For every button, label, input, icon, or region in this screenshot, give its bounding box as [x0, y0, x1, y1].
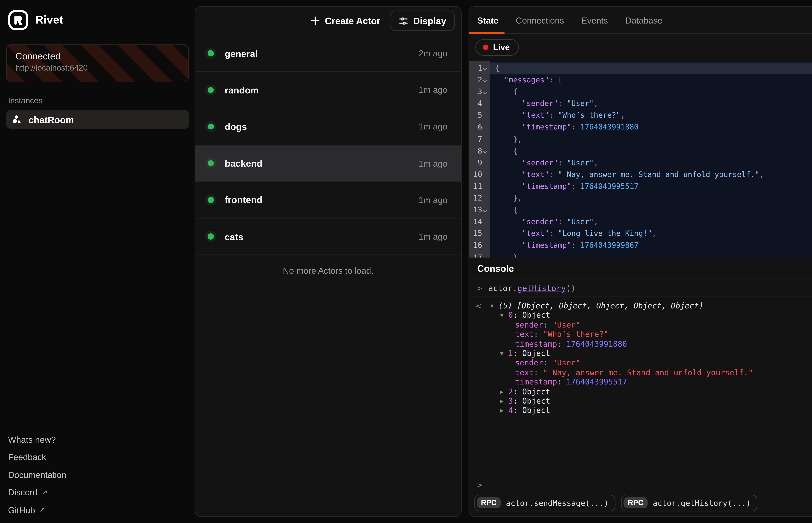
inspector-tabs: StateConnectionsEventsDatabase	[477, 15, 662, 25]
rpc-button-2[interactable]: RPCactor.getHistory(...)	[621, 494, 758, 511]
console-row: sender: "User"	[469, 320, 812, 329]
line-number: 1	[469, 62, 482, 74]
actor-row-random[interactable]: random1m ago	[195, 72, 461, 109]
status-dot-icon	[208, 160, 213, 166]
tree-expanded-icon[interactable]: ▼	[500, 311, 508, 321]
tree-collapsed-icon[interactable]: ▶	[500, 397, 508, 407]
actor-row-cats[interactable]: cats1m ago	[195, 218, 461, 255]
tab-events[interactable]: Events	[582, 15, 608, 25]
actor-row-backend[interactable]: backend1m ago	[195, 145, 461, 182]
code-text: "sender": "User",	[490, 216, 812, 228]
sliders-icon	[398, 16, 408, 25]
code-text: "text": "Long live the King!",	[490, 228, 812, 240]
console-input[interactable]: >	[469, 477, 812, 493]
actor-updated-time: 1m ago	[418, 195, 447, 205]
code-line: 16 "timestamp": 1764043999867	[469, 240, 812, 252]
code-line: 13 {	[469, 204, 812, 216]
rivet-logo-icon	[8, 10, 29, 30]
code-line: 8 {	[469, 145, 812, 157]
code-text: {	[490, 204, 812, 216]
gutter-cell: 5	[469, 110, 490, 122]
state-toolbar: Live	[469, 34, 812, 61]
actor-updated-time: 1m ago	[418, 232, 447, 241]
console-row: ▶3: Object	[469, 396, 812, 406]
console-row: text: "Who’s there?"	[469, 329, 812, 339]
fold-chevron-icon[interactable]	[483, 149, 487, 153]
line-number: 13	[469, 204, 482, 216]
sidebar-link-whats-new-[interactable]: Whats new?	[6, 435, 189, 444]
actor-group-icon	[12, 114, 22, 124]
fold-chevron-icon[interactable]	[483, 90, 487, 94]
code-text: "sender": "User",	[490, 157, 812, 169]
sidebar-link-github[interactable]: GitHub↗	[6, 505, 189, 515]
console-row: text: " Nay, answer me. Stand and unfold…	[469, 367, 812, 377]
instance-name: chatRoom	[29, 114, 74, 125]
state-json-editor[interactable]: 1{2 "messages": [3 {4 "sender": "User",5…	[469, 61, 812, 258]
line-number: 11	[469, 181, 482, 193]
external-link-icon: ↗	[39, 506, 45, 514]
tree-expanded-icon[interactable]: ▼	[500, 349, 508, 359]
live-badge-label: Live	[493, 43, 510, 52]
code-text: "timestamp": 1764043999867	[490, 240, 812, 252]
sidebar-footer: Whats new?FeedbackDocumentationDiscord↗G…	[6, 425, 189, 515]
sidebar-link-feedback[interactable]: Feedback	[6, 452, 189, 462]
code-line: 15 "text": "Long live the King!",	[469, 228, 812, 240]
sidebar-link-documentation[interactable]: Documentation	[6, 470, 189, 479]
connection-status: Connected	[15, 51, 179, 61]
console-header[interactable]: Console	[469, 258, 812, 279]
divider	[8, 425, 187, 425]
actor-row-dogs[interactable]: dogs1m ago	[195, 109, 461, 145]
actor-row-general[interactable]: general2m ago	[195, 35, 461, 72]
console-row: ▼(5) [Object, Object, Object, Object, Ob…	[469, 301, 812, 310]
sidebar-link-label: Documentation	[8, 470, 66, 480]
code-line: 2 "messages": [	[469, 74, 812, 86]
code-text: "messages": [	[490, 74, 812, 86]
sidebar-link-discord[interactable]: Discord↗	[6, 487, 189, 497]
actor-updated-time: 1m ago	[418, 158, 447, 168]
tree-collapsed-icon[interactable]: ▶	[500, 387, 508, 397]
sidebar-link-label: Whats new?	[8, 434, 56, 444]
code-text: {	[490, 145, 812, 157]
inspector-header: StateConnectionsEventsDatabase Running	[469, 7, 812, 34]
console-title: Console	[477, 263, 514, 273]
fold-chevron-icon[interactable]	[483, 208, 487, 213]
tab-state[interactable]: State	[477, 15, 499, 25]
display-button[interactable]: Display	[390, 11, 455, 31]
inspector-panel: StateConnectionsEventsDatabase Running L…	[468, 6, 812, 517]
status-dot-icon	[208, 124, 213, 129]
live-dot-icon	[483, 45, 488, 50]
external-link-icon: ↗	[42, 488, 48, 496]
line-number: 16	[469, 240, 482, 252]
code-line: 4 "sender": "User",	[469, 98, 812, 110]
console-row: ▶4: Object	[469, 406, 812, 415]
gutter-cell: 4	[469, 98, 490, 110]
brand-name: Rivet	[35, 13, 63, 26]
gutter-cell: 11	[469, 181, 490, 193]
status-dot-icon	[208, 87, 213, 93]
console-row: timestamp: 1764043991880	[469, 339, 812, 349]
code-line: 1{	[469, 62, 812, 74]
tree-collapsed-icon[interactable]: ▶	[500, 407, 508, 416]
console-output: <▼(5) [Object, Object, Object, Object, O…	[469, 297, 812, 477]
prompt-chevron-icon: >	[477, 480, 482, 490]
code-line: 12 },	[469, 193, 812, 204]
line-number: 6	[469, 122, 482, 133]
gutter-cell: 15	[469, 228, 490, 240]
console-row: timestamp: 1764043995517	[469, 377, 812, 387]
fold-chevron-icon[interactable]	[483, 78, 487, 83]
line-number: 2	[469, 74, 482, 86]
gutter-cell: 10	[469, 169, 490, 181]
tree-expanded-icon[interactable]: ▼	[490, 302, 498, 311]
code-line: 7 },	[469, 133, 812, 145]
rpc-button-1[interactable]: RPCactor.sendMessage(...)	[474, 494, 615, 511]
actor-row-frontend[interactable]: frontend1m ago	[195, 182, 461, 218]
actor-name: dogs	[225, 121, 247, 132]
tab-connections[interactable]: Connections	[516, 15, 564, 25]
create-actor-button[interactable]: Create Actor	[311, 15, 380, 26]
code-text: {	[490, 86, 812, 98]
fold-chevron-icon[interactable]	[483, 66, 487, 71]
sidebar-item-chatroom[interactable]: chatRoom	[6, 110, 189, 129]
actor-updated-time: 2m ago	[418, 48, 447, 58]
status-dot-icon	[208, 50, 213, 56]
tab-database[interactable]: Database	[625, 15, 662, 25]
